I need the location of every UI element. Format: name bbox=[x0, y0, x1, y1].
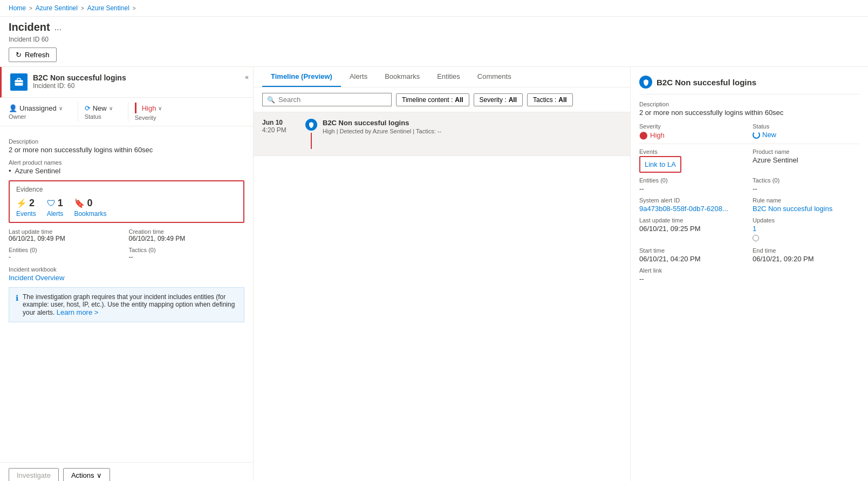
tabs-row: Timeline (Preview) Alerts Bookmarks Enti… bbox=[254, 67, 630, 87]
refresh-label: Refresh bbox=[25, 51, 50, 59]
status-chevron: ∨ bbox=[109, 105, 113, 111]
timeline-icon-col bbox=[305, 119, 317, 149]
right-events-product-row: Events Link to LA Product name Azure Sen… bbox=[639, 148, 859, 173]
tab-entities[interactable]: Entities bbox=[428, 67, 469, 87]
right-product-value: Azure Sentinel bbox=[753, 156, 859, 164]
right-updates-row: 1 bbox=[753, 225, 859, 233]
refresh-button[interactable]: ↻ Refresh bbox=[9, 48, 57, 62]
right-rule-field: Rule name B2C Non succesful logins bbox=[753, 197, 859, 213]
right-start-time-field: Start time 06/10/21, 04:20 PM bbox=[639, 247, 746, 263]
user-icon: 👤 bbox=[9, 104, 17, 112]
info-box: ℹ The investigation graph requires that … bbox=[9, 287, 244, 322]
status-divider1 bbox=[78, 102, 78, 121]
right-end-time-value: 06/10/21, 09:20 PM bbox=[753, 255, 859, 263]
right-entities-label: Entities (0) bbox=[639, 177, 746, 184]
breadcrumb-home[interactable]: Home bbox=[9, 4, 26, 12]
alert-product-label: Alert product names bbox=[9, 159, 244, 166]
tab-alerts[interactable]: Alerts bbox=[341, 67, 376, 87]
tactics-filter-value: All bbox=[558, 96, 566, 104]
severity-dropdown[interactable]: High ∨ bbox=[135, 103, 162, 113]
right-events-label: Events bbox=[639, 148, 746, 155]
divider1 bbox=[639, 144, 859, 144]
search-box[interactable]: 🔍 bbox=[262, 93, 392, 106]
right-updates-value[interactable]: 1 bbox=[753, 225, 756, 233]
right-entities-value: -- bbox=[639, 185, 746, 193]
evidence-bookmarks[interactable]: 🔖 0 Bookmarks bbox=[74, 198, 106, 218]
right-start-time-label: Start time bbox=[639, 247, 746, 254]
severity-value: High bbox=[142, 104, 156, 112]
collapse-button[interactable]: « bbox=[245, 73, 249, 81]
right-description-label: Description bbox=[639, 101, 859, 107]
right-severity-value: ⬤ High bbox=[639, 131, 746, 139]
right-alert-id-rule-row: System alert ID 9a473b08-558f-0db7-6208.… bbox=[639, 197, 859, 213]
right-alert-link-label: Alert link bbox=[639, 267, 859, 274]
tab-comments[interactable]: Comments bbox=[469, 67, 520, 87]
events-link-box: Link to LA bbox=[639, 156, 681, 173]
ellipsis-button[interactable]: ... bbox=[54, 23, 61, 32]
timeline-item[interactable]: Jun 10 4:20 PM B2C Non succesful logins … bbox=[254, 112, 630, 156]
owner-chevron: ∨ bbox=[59, 105, 63, 111]
evidence-alerts[interactable]: 🛡 1 Alerts bbox=[47, 198, 64, 218]
briefcase-icon bbox=[14, 77, 24, 87]
actions-button[interactable]: Actions ∨ bbox=[63, 468, 110, 481]
right-tactics-label: Tactics (0) bbox=[753, 177, 859, 184]
right-alert-id-value[interactable]: 9a473b08-558f-0db7-6208... bbox=[639, 205, 728, 213]
investigate-button[interactable]: Investigate bbox=[9, 468, 59, 481]
timeline-sentinel-icon bbox=[305, 119, 317, 131]
breadcrumb-sep2: > bbox=[81, 5, 84, 11]
page-subtitle: Incident ID 60 bbox=[0, 36, 868, 45]
search-input[interactable] bbox=[278, 96, 387, 104]
tactics-filter[interactable]: Tactics : All bbox=[527, 93, 573, 106]
right-entities-tactics-row: Entities (0) -- Tactics (0) -- bbox=[639, 177, 859, 193]
left-footer: Investigate Actions ∨ bbox=[0, 462, 253, 481]
learn-more-link[interactable]: Learn more > bbox=[57, 308, 99, 316]
creation-time-item: Creation time 06/10/21, 09:49 PM bbox=[129, 228, 245, 242]
breadcrumb-sentinel1[interactable]: Azure Sentinel bbox=[36, 4, 78, 12]
link-to-la[interactable]: Link to LA bbox=[645, 160, 676, 168]
right-alert-id-label: System alert ID bbox=[639, 197, 746, 204]
tactics-label: Tactics (0) bbox=[129, 247, 245, 253]
severity-indicator bbox=[135, 103, 136, 113]
right-product-field: Product name Azure Sentinel bbox=[753, 148, 859, 173]
right-status-value: New bbox=[753, 131, 859, 139]
tab-timeline[interactable]: Timeline (Preview) bbox=[262, 67, 341, 87]
bookmarks-label: Bookmarks bbox=[74, 210, 106, 218]
status-dropdown[interactable]: ⟳ New ∨ bbox=[85, 104, 113, 112]
page-title: Incident bbox=[9, 21, 50, 33]
entities-value: - bbox=[9, 253, 125, 261]
breadcrumb: Home > Azure Sentinel > Azure Sentinel > bbox=[0, 0, 868, 17]
right-tactics-field: Tactics (0) -- bbox=[753, 177, 859, 193]
breadcrumb-sentinel2[interactable]: Azure Sentinel bbox=[87, 4, 129, 12]
events-count: 2 bbox=[29, 198, 35, 209]
tactics-value: -- bbox=[129, 253, 245, 261]
page-header: Incident ... bbox=[0, 17, 868, 36]
main-container: « B2C Non succesful logins Incident ID: … bbox=[0, 66, 868, 481]
timeline-content-label: Timeline content : bbox=[402, 96, 453, 104]
incident-card-info: B2C Non succesful logins Incident ID: 60 bbox=[33, 73, 126, 90]
timeline-content-filter[interactable]: Timeline content : All bbox=[396, 93, 469, 106]
right-last-update-label: Last update time bbox=[639, 217, 746, 223]
owner-label: Owner bbox=[9, 113, 63, 120]
right-alert-link-field: Alert link -- bbox=[639, 267, 859, 283]
severity-status-item: High ∨ Severity bbox=[135, 103, 171, 121]
right-rule-value[interactable]: B2C Non succesful logins bbox=[753, 205, 832, 213]
severity-filter[interactable]: Severity : All bbox=[474, 93, 523, 106]
evidence-events[interactable]: ⚡ 2 Events bbox=[16, 198, 36, 218]
breadcrumb-sep3: > bbox=[133, 5, 136, 11]
tab-bookmarks[interactable]: Bookmarks bbox=[376, 67, 428, 87]
right-alert-link-value: -- bbox=[639, 275, 859, 283]
right-panel-header: B2C Non succesful logins bbox=[639, 76, 859, 94]
entities-label: Entities (0) bbox=[9, 247, 125, 253]
owner-dropdown[interactable]: 👤 Unassigned ∨ bbox=[9, 104, 63, 112]
timeline-item-meta: High | Detected by Azure Sentinel | Tact… bbox=[323, 128, 621, 134]
left-panel-content: Description 2 or more non successfully l… bbox=[0, 126, 253, 462]
right-severity-status-row: Severity ⬤ High Status New bbox=[639, 123, 859, 139]
workbook-link[interactable]: Incident Overview bbox=[9, 274, 64, 282]
right-end-time-field: End time 06/10/21, 09:20 PM bbox=[753, 247, 859, 263]
status-row: 👤 Unassigned ∨ Owner ⟳ New ∨ Status bbox=[0, 98, 253, 126]
info-text: The investigation graph requires that yo… bbox=[23, 293, 237, 316]
status-value: New bbox=[93, 104, 107, 112]
actions-label: Actions bbox=[71, 471, 94, 479]
incident-card-icon bbox=[10, 73, 28, 91]
filter-row: 🔍 Timeline content : All Severity : All … bbox=[254, 87, 630, 112]
